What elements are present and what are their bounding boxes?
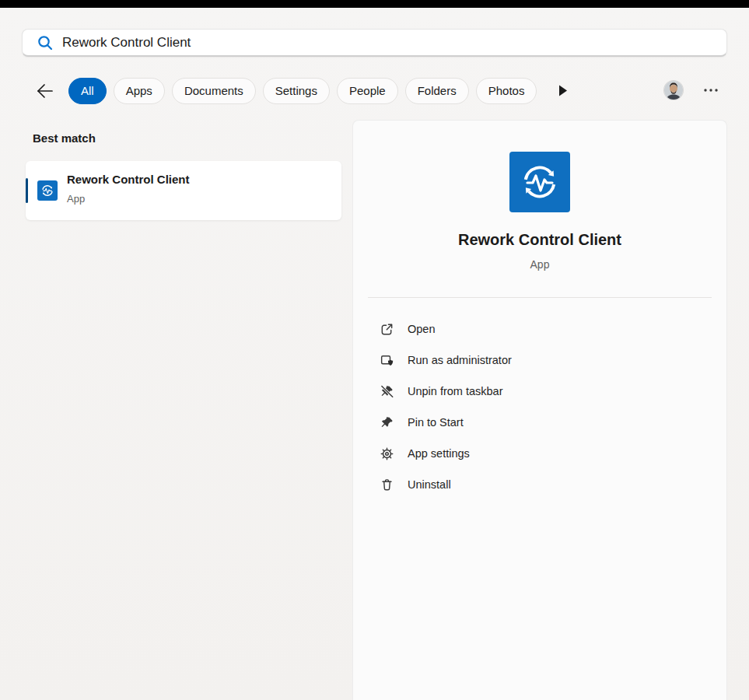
search-flyout: All Apps Documents Settings People Folde…: [0, 0, 749, 700]
tab-settings[interactable]: Settings: [263, 78, 330, 104]
app-icon-large: [509, 152, 570, 212]
more-filters-button[interactable]: [558, 85, 569, 97]
avatar-photo: [664, 81, 683, 100]
tab-folders[interactable]: Folders: [405, 78, 469, 104]
preview-app-type: App: [353, 258, 726, 271]
ellipsis-icon: [703, 88, 719, 93]
gear-icon: [380, 446, 394, 461]
app-icon-small: [37, 180, 58, 201]
open-external-icon: [380, 322, 394, 337]
pin-icon: [380, 415, 394, 430]
action-run-as-administrator[interactable]: Run as administrator: [368, 345, 712, 376]
action-label: Unpin from taskbar: [408, 385, 503, 397]
action-label: Run as administrator: [408, 354, 512, 366]
action-label: Pin to Start: [408, 416, 464, 429]
best-match-heading: Best match: [33, 131, 96, 145]
action-pin-to-start[interactable]: Pin to Start: [368, 407, 712, 438]
search-box: [22, 29, 727, 57]
filter-tabs: All Apps Documents Settings People Folde…: [68, 77, 569, 104]
action-uninstall[interactable]: Uninstall: [368, 469, 712, 500]
more-options-button[interactable]: [702, 83, 719, 97]
unpin-icon: [380, 384, 394, 399]
divider: [368, 297, 712, 298]
best-match-result[interactable]: Rework Control Client App: [26, 161, 341, 220]
action-label: App settings: [408, 447, 470, 460]
preview-app-name: Rework Control Client: [353, 231, 726, 249]
action-open[interactable]: Open: [368, 313, 712, 345]
action-label: Open: [408, 323, 435, 335]
action-app-settings[interactable]: App settings: [368, 438, 712, 469]
title-bar: [0, 0, 749, 8]
tab-photos[interactable]: Photos: [476, 78, 537, 104]
preview-panel: Rework Control Client App Open: [352, 120, 727, 700]
play-triangle-icon: [558, 85, 568, 96]
admin-shield-icon: [380, 353, 394, 368]
user-avatar[interactable]: [664, 81, 683, 100]
tab-all[interactable]: All: [68, 78, 107, 104]
search-icon: [37, 34, 54, 51]
action-label: Uninstall: [408, 478, 451, 491]
result-type: App: [67, 193, 85, 205]
back-button[interactable]: [34, 80, 56, 101]
tab-documents[interactable]: Documents: [172, 78, 256, 104]
action-list: Open Run as administrator: [368, 313, 712, 500]
result-title: Rework Control Client: [67, 173, 190, 186]
search-input[interactable]: [62, 35, 717, 51]
tab-apps[interactable]: Apps: [114, 78, 165, 104]
trash-icon: [380, 478, 394, 492]
action-unpin-from-taskbar[interactable]: Unpin from taskbar: [368, 376, 712, 407]
back-arrow-icon: [36, 82, 54, 100]
selection-indicator: [26, 178, 28, 203]
tab-people[interactable]: People: [337, 78, 398, 104]
